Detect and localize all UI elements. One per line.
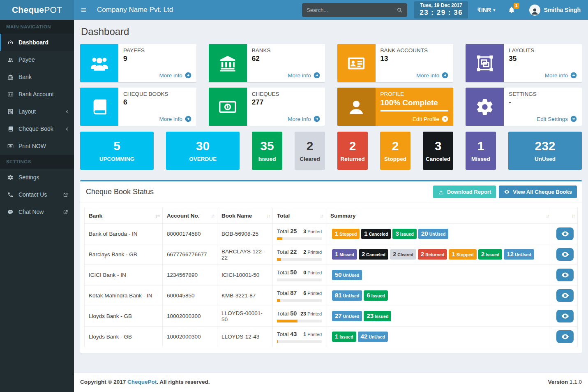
sidebar-section-settings: SETTINGS: [0, 155, 74, 169]
more-info-link[interactable]: More info: [416, 72, 448, 79]
view-cheque-book-button[interactable]: [556, 269, 574, 281]
caret-down-icon: ▾: [493, 7, 496, 13]
more-info-link[interactable]: More info: [159, 116, 191, 122]
chevron-left-icon: [66, 109, 68, 114]
cell-book: LLOYDS-00001-50: [217, 306, 273, 327]
column-header-book-name[interactable]: Book Name: [217, 208, 273, 224]
printed-progress-bar: [277, 340, 322, 343]
main-header: ChequePOT Company Name Pvt. Ltd Tues, 19…: [0, 0, 588, 20]
profile-progress-bar: [380, 110, 449, 111]
bank-icon: [209, 44, 247, 82]
view-cheque-book-button[interactable]: [556, 310, 574, 322]
search-input[interactable]: [307, 7, 397, 13]
cell-summary: 1Issued42UnUsed: [326, 327, 552, 347]
eye-icon: [561, 250, 570, 259]
sort-icon: [320, 213, 323, 219]
search-icon[interactable]: [397, 7, 403, 13]
panel-header: Cheque Book Status Download Report View …: [80, 181, 582, 203]
tile-unused: 232UnUsed: [508, 132, 582, 170]
arrow-circle-right-icon: [314, 116, 320, 122]
status-tiles: 5UPCOMMING 30OVERDUE 35Issued 2Cleared 2…: [80, 132, 582, 170]
printed-progress-bar: [277, 278, 322, 281]
column-header-summary[interactable]: Summary: [326, 208, 552, 224]
cell-bank: Lloyds Bank - GB: [85, 327, 163, 347]
cell-account: 10002000300: [163, 306, 217, 327]
id-card-icon: [337, 44, 376, 82]
status-badge: 23Issued: [364, 311, 391, 321]
cell-total: Total 876 Printed: [273, 285, 326, 306]
sort-icon: [266, 213, 270, 219]
tile-missed: 1Missed: [466, 132, 496, 170]
view-cheque-book-button[interactable]: [556, 227, 574, 240]
view-cheque-book-button[interactable]: [556, 330, 574, 343]
chat-icon: [6, 209, 15, 215]
info-box-value: 35: [509, 55, 577, 63]
app-logo[interactable]: ChequePOT: [0, 0, 74, 20]
sidebar-item-settings[interactable]: Settings: [0, 169, 74, 186]
gear-icon: [6, 174, 15, 181]
sidebar-item-label: Chat Now: [18, 209, 44, 215]
sidebar-item-dashboard[interactable]: Dashboard: [0, 34, 74, 51]
info-box-value: 100% Complete: [380, 98, 449, 107]
sidebar-section-main: MAIN NAVIGATION: [0, 20, 74, 34]
download-icon: [438, 189, 444, 195]
cheque-book-status-table: Bank Account No. Book Name Total Summary…: [84, 208, 578, 347]
eye-icon: [561, 312, 570, 320]
tile-cleared: 2Cleared: [295, 132, 325, 170]
bank-icon: [6, 74, 15, 80]
sort-icon: [155, 213, 159, 219]
book-icon: [80, 88, 118, 126]
footer-brand-link[interactable]: ChequePot: [127, 379, 157, 385]
column-header-actions[interactable]: [552, 208, 578, 224]
cell-summary: 27UnUsed23Issued: [326, 306, 552, 327]
column-header-account[interactable]: Account No.: [163, 208, 217, 224]
status-badge: 2Issued: [478, 249, 503, 260]
sidebar-item-layout[interactable]: Layout: [0, 103, 74, 120]
notifications-button[interactable]: 1: [508, 6, 515, 14]
sidebar-item-print-now[interactable]: Print NOW: [0, 137, 74, 155]
more-info-link[interactable]: More info: [288, 116, 320, 122]
view-cheque-book-button[interactable]: [556, 289, 574, 302]
info-box-value: 62: [252, 55, 320, 63]
copyright-text: Copyright © 2017 ChequePot. All rights r…: [80, 379, 210, 386]
status-badge: 2Canceled: [359, 249, 388, 260]
printed-progress-bar: [277, 237, 322, 240]
cell-account: 10002000300: [163, 327, 217, 347]
edit-settings-link[interactable]: Edit Settings: [537, 116, 577, 122]
more-info-link[interactable]: More info: [545, 72, 577, 79]
top-navbar: Company Name Pvt. Ltd Tues, 19 Dec 2017 …: [74, 0, 588, 20]
sidebar-item-chat-now[interactable]: Chat Now: [0, 203, 74, 220]
view-all-cheque-books-button[interactable]: View All Cheque Books: [499, 186, 577, 198]
object-group-icon: [466, 44, 504, 82]
status-badge: 42UnUsed: [358, 332, 388, 342]
column-header-bank[interactable]: Bank: [85, 208, 163, 224]
table-row: Lloyds Bank - GB 10002000300 LLOYDS-0000…: [85, 306, 578, 327]
info-box-value: 9: [123, 55, 191, 63]
eye-icon: [561, 291, 570, 300]
arrow-circle-right-icon: [185, 72, 191, 79]
sidebar-item-bank-account[interactable]: Bank Account: [0, 86, 74, 103]
sidebar: MAIN NAVIGATION Dashboard Payee Bank Ban…: [0, 20, 74, 392]
info-box-cheque-books: CHEQUE BOOKS 6 More info: [80, 88, 196, 126]
cell-total: Total 222 Printed: [273, 244, 326, 265]
info-box-layouts: LAYOUTS 35 More info: [466, 44, 582, 82]
more-info-link[interactable]: More info: [288, 72, 320, 79]
money-icon: [6, 143, 15, 149]
info-box-label: PAYEES: [123, 47, 191, 53]
status-badge: 20UnUsed: [418, 229, 448, 239]
hamburger-menu-icon[interactable]: [74, 0, 93, 20]
column-header-total[interactable]: Total: [273, 208, 326, 224]
sidebar-item-contact-us[interactable]: Contact Us: [0, 186, 74, 203]
download-report-button[interactable]: Download Report: [433, 186, 496, 198]
cell-account: 600045850: [163, 285, 217, 306]
more-info-link[interactable]: More info: [159, 72, 191, 79]
edit-profile-link[interactable]: Edit Profile: [413, 116, 448, 122]
currency-dropdown[interactable]: ₹ INR ▾: [477, 7, 495, 13]
view-cheque-book-button[interactable]: [556, 248, 574, 261]
info-box-label: CHEQUES: [252, 91, 320, 97]
user-menu[interactable]: Smitha Singh: [529, 5, 581, 16]
cell-bank: Bank of Baroda - IN: [85, 224, 163, 244]
sidebar-item-bank[interactable]: Bank: [0, 68, 74, 86]
sidebar-item-cheque-book[interactable]: Cheque Book: [0, 120, 74, 137]
sidebar-item-payee[interactable]: Payee: [0, 51, 74, 68]
